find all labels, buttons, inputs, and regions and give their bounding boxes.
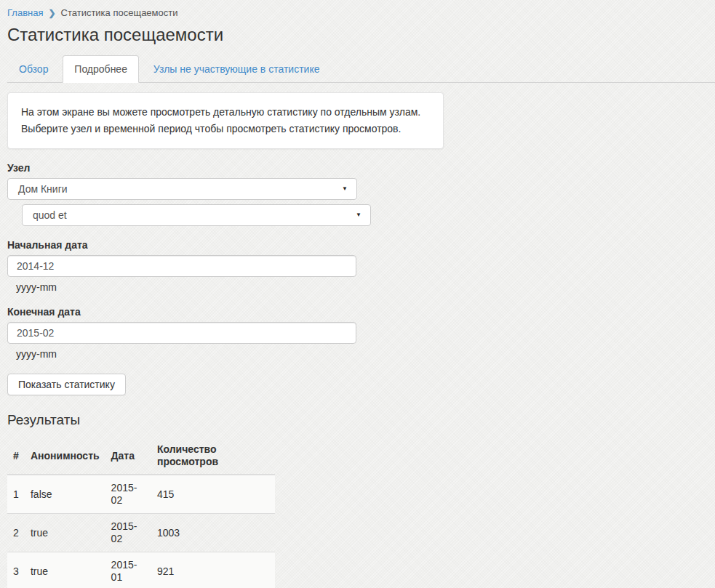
tab-excluded-nodes-link[interactable]: Узлы не участвующие в статистике [142, 55, 332, 83]
cell-index: 3 [7, 552, 25, 588]
table-row: 2 true 2015-02 1003 [7, 514, 275, 552]
node-select[interactable]: Дом Книги ▼ [7, 178, 357, 200]
tab-overview-link[interactable]: Обзор [7, 55, 60, 83]
child-node-select[interactable]: quod et ▼ [22, 204, 371, 226]
col-header-anonymity: Анонимность [25, 438, 105, 475]
table-header-row: # Анонимность Дата Количество просмотров [7, 438, 275, 475]
breadcrumb-current: Статистика посещаемости [61, 7, 178, 18]
tab-excluded-nodes: Узлы не участвующие в статистике [142, 55, 332, 83]
cell-anonymity: true [25, 514, 105, 552]
tabs: Обзор Подробнее Узлы не участвующие в ст… [7, 55, 715, 83]
cell-date: 2015-02 [105, 514, 151, 552]
cell-anonymity: false [25, 475, 105, 514]
col-header-views: Количество просмотров [151, 438, 275, 475]
col-header-index: # [7, 438, 25, 475]
breadcrumb: Главная ❯ Статистика посещаемости [7, 7, 708, 18]
page-title: Статистика посещаемости [7, 25, 708, 45]
chevron-right-icon: ❯ [48, 9, 55, 17]
end-date-label: Конечная дата [7, 306, 708, 318]
tab-details: Подробнее [63, 55, 139, 83]
info-line-2: Выберите узел и временной период чтобы п… [21, 121, 430, 137]
cell-views: 921 [151, 552, 275, 588]
tab-details-link[interactable]: Подробнее [63, 55, 139, 83]
breadcrumb-home-link[interactable]: Главная [7, 7, 43, 18]
results-heading: Результаты [7, 412, 708, 428]
cell-views: 1003 [151, 514, 275, 552]
show-statistics-button[interactable]: Показать статистику [7, 374, 126, 395]
table-row: 1 false 2015-02 415 [7, 475, 275, 514]
start-date-input[interactable] [7, 255, 356, 277]
info-well: На этом экране вы можете просмотреть дет… [7, 92, 444, 149]
results-table: # Анонимность Дата Количество просмотров… [7, 438, 275, 588]
end-date-input[interactable] [7, 322, 356, 344]
node-label: Узел [7, 162, 708, 174]
page: Главная ❯ Статистика посещаемости Статис… [0, 0, 715, 588]
start-date-hint: yyyy-mm [16, 281, 708, 293]
child-node-select-value: quod et [33, 209, 67, 221]
info-line-1: На этом экране вы можете просмотреть дет… [21, 104, 430, 121]
tab-overview: Обзор [7, 55, 60, 83]
node-select-value: Дом Книги [18, 183, 68, 195]
col-header-date: Дата [105, 438, 151, 475]
cell-index: 2 [7, 514, 25, 552]
end-date-hint: yyyy-mm [16, 348, 708, 360]
cell-views: 415 [151, 475, 275, 514]
table-row: 3 true 2015-01 921 [7, 552, 275, 588]
caret-down-icon: ▼ [356, 212, 362, 218]
start-date-label: Начальная дата [7, 239, 708, 251]
cell-date: 2015-02 [105, 475, 151, 514]
caret-down-icon: ▼ [342, 186, 348, 192]
cell-anonymity: true [25, 552, 105, 588]
cell-date: 2015-01 [105, 552, 151, 588]
cell-index: 1 [7, 475, 25, 514]
